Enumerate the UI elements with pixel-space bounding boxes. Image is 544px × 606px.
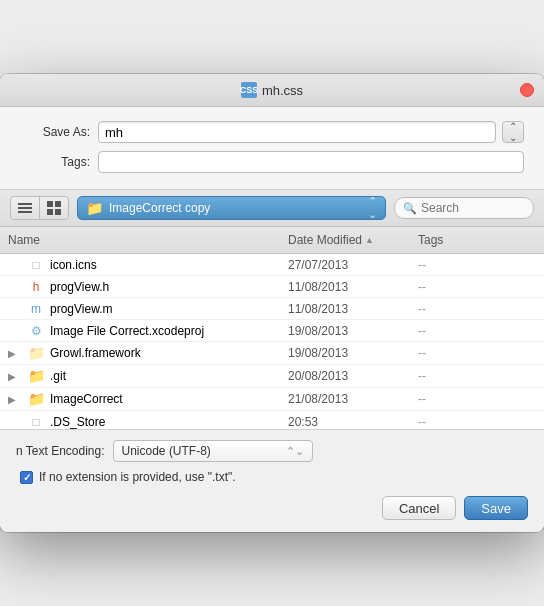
file-name: progView.m: [50, 302, 112, 316]
file-icon: □: [27, 415, 45, 429]
column-header-tags: Tags: [410, 231, 470, 249]
list-view-button[interactable]: [11, 197, 40, 219]
tags-input[interactable]: [98, 151, 524, 173]
svg-rect-0: [18, 203, 32, 205]
file-name: icon.icns: [50, 258, 97, 272]
table-row[interactable]: ▶ 📁 .git 20/08/2013 --: [0, 365, 544, 388]
toolbar: 📁 ImageCorrect copy ⌃⌄ 🔍: [0, 190, 544, 227]
encoding-selector[interactable]: Unicode (UTF-8) ⌃⌄: [113, 440, 313, 462]
dialog-title: mh.css: [262, 83, 303, 98]
save-as-row: Save As: ⌃⌄: [20, 121, 524, 143]
grid-view-button[interactable]: [40, 197, 68, 219]
cancel-button[interactable]: Cancel: [382, 496, 456, 520]
titlebar-controls: [520, 83, 534, 97]
column-header-name: Name: [0, 231, 280, 249]
table-row[interactable]: m progView.m 11/08/2013 --: [0, 298, 544, 320]
file-name: progView.h: [50, 280, 109, 294]
file-name-cell: ▶ 📁 ImageCorrect: [0, 389, 280, 409]
search-icon: 🔍: [403, 202, 417, 215]
svg-rect-5: [47, 209, 53, 215]
form-section: Save As: ⌃⌄ Tags:: [0, 107, 544, 190]
file-tags-cell: --: [410, 322, 470, 340]
file-name-cell: m progView.m: [0, 300, 280, 318]
file-name-cell: □ icon.icns: [0, 256, 280, 274]
table-row[interactable]: ⚙ Image File Correct.xcodeproj 19/08/201…: [0, 320, 544, 342]
file-icon: h: [27, 280, 45, 294]
file-date-cell: 21/08/2013: [280, 390, 410, 408]
file-date-cell: 27/07/2013: [280, 256, 410, 274]
expand-button[interactable]: ⌃⌄: [502, 121, 524, 143]
svg-rect-4: [55, 201, 61, 207]
close-button[interactable]: [520, 83, 534, 97]
file-name-cell: ▶ 📁 Growl.framework: [0, 343, 280, 363]
button-row: Cancel Save: [16, 496, 528, 520]
file-name: Growl.framework: [50, 346, 141, 360]
file-tags-cell: --: [410, 256, 470, 274]
file-date-cell: 19/08/2013: [280, 322, 410, 340]
tags-row: Tags:: [20, 151, 524, 173]
table-row[interactable]: h progView.h 11/08/2013 --: [0, 276, 544, 298]
file-list: □ icon.icns 27/07/2013 -- h progView.h 1…: [0, 254, 544, 429]
encoding-value: Unicode (UTF-8): [122, 444, 281, 458]
file-name-cell: ▶ 📁 .git: [0, 366, 280, 386]
file-tags-cell: --: [410, 367, 470, 385]
search-input[interactable]: [421, 201, 525, 215]
select-arrows-icon: ⌃⌄: [286, 445, 304, 458]
list-view-icon: [18, 203, 32, 213]
file-list-header: Name Date Modified ▲ Tags: [0, 227, 544, 254]
titlebar-title: CSS mh.css: [241, 82, 303, 98]
file-icon: ⚙: [27, 324, 45, 338]
bottom-section: n Text Encoding: Unicode (UTF-8) ⌃⌄ If n…: [0, 429, 544, 532]
sort-arrow-icon: ▲: [365, 235, 374, 245]
titlebar: CSS mh.css: [0, 74, 544, 107]
extension-checkbox[interactable]: [20, 471, 33, 484]
location-selector[interactable]: 📁 ImageCorrect copy ⌃⌄: [77, 196, 386, 220]
file-name-cell: ⚙ Image File Correct.xcodeproj: [0, 322, 280, 340]
file-name: ImageCorrect: [50, 392, 123, 406]
view-toggle: [10, 196, 69, 220]
file-tags-cell: --: [410, 300, 470, 318]
file-tags-cell: --: [410, 278, 470, 296]
tags-label: Tags:: [20, 155, 90, 169]
file-list-container: Name Date Modified ▲ Tags □ icon.icns 27…: [0, 227, 544, 429]
table-row[interactable]: □ .DS_Store 20:53 --: [0, 411, 544, 429]
save-as-input[interactable]: [98, 121, 496, 143]
encoding-label: n Text Encoding:: [16, 444, 105, 458]
file-name-cell: □ .DS_Store: [0, 413, 280, 430]
save-button[interactable]: Save: [464, 496, 528, 520]
svg-rect-6: [55, 209, 61, 215]
save-as-label: Save As:: [20, 125, 90, 139]
file-name: Image File Correct.xcodeproj: [50, 324, 204, 338]
file-name: .DS_Store: [50, 415, 105, 429]
file-tags-cell: --: [410, 413, 470, 430]
file-date-cell: 19/08/2013: [280, 344, 410, 362]
file-date-cell: 11/08/2013: [280, 278, 410, 296]
search-box[interactable]: 🔍: [394, 197, 534, 219]
location-folder-icon: 📁: [86, 200, 103, 216]
folder-icon: 📁: [27, 368, 45, 384]
save-dialog: CSS mh.css Save As: ⌃⌄ Tags:: [0, 74, 544, 532]
svg-rect-2: [18, 211, 32, 213]
file-name-cell: h progView.h: [0, 278, 280, 296]
expand-arrow-icon[interactable]: ▶: [8, 348, 22, 359]
location-arrows-icon: ⌃⌄: [368, 195, 377, 221]
table-row[interactable]: ▶ 📁 Growl.framework 19/08/2013 --: [0, 342, 544, 365]
file-tags-cell: --: [410, 344, 470, 362]
file-date-cell: 11/08/2013: [280, 300, 410, 318]
file-name: .git: [50, 369, 66, 383]
file-date-cell: 20/08/2013: [280, 367, 410, 385]
extension-checkbox-row: If no extension is provided, use ".txt".: [16, 470, 528, 484]
svg-rect-3: [47, 201, 53, 207]
extension-label: If no extension is provided, use ".txt".: [39, 470, 236, 484]
folder-icon: 📁: [27, 391, 45, 407]
table-row[interactable]: □ icon.icns 27/07/2013 --: [0, 254, 544, 276]
title-icon: CSS: [241, 82, 257, 98]
file-icon: m: [27, 302, 45, 316]
encoding-row: n Text Encoding: Unicode (UTF-8) ⌃⌄: [16, 440, 528, 462]
folder-icon: 📁: [27, 345, 45, 361]
expand-arrow-icon[interactable]: ▶: [8, 394, 22, 405]
expand-arrow-icon[interactable]: ▶: [8, 371, 22, 382]
file-icon: □: [27, 258, 45, 272]
file-tags-cell: --: [410, 390, 470, 408]
table-row[interactable]: ▶ 📁 ImageCorrect 21/08/2013 --: [0, 388, 544, 411]
